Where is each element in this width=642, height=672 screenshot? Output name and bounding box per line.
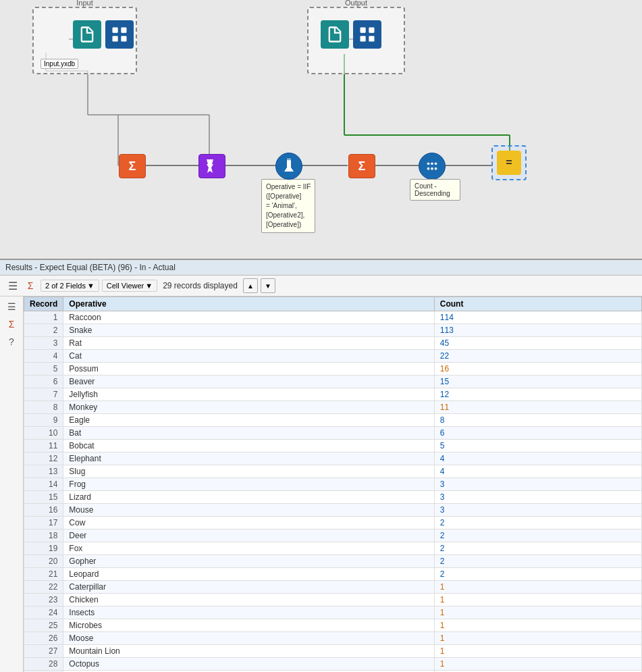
cell-operative: Mountain Lion [63, 645, 434, 658]
svg-point-29 [435, 163, 437, 165]
app-tool[interactable] [275, 153, 302, 180]
cell-operative: Gopher [63, 555, 434, 568]
svg-point-32 [435, 167, 437, 170]
toolbar-menu-icon[interactable]: ☰ [5, 278, 20, 293]
cell-viewer-selector[interactable]: Cell Viewer ▼ [102, 280, 157, 292]
cell-record: 17 [24, 517, 63, 529]
cell-count: 2 [434, 555, 641, 568]
cell-operative: Octopus [63, 658, 434, 671]
cell-record: 25 [24, 619, 63, 632]
formula-tool[interactable] [198, 154, 225, 178]
table-row: 7Jellyfish12 [24, 388, 642, 401]
nav-down-button[interactable]: ▼ [261, 278, 275, 293]
cell-record: 23 [24, 594, 63, 606]
cell-record: 15 [24, 491, 63, 504]
cell-count: 1 [434, 581, 641, 594]
results-panel: Results - Expect Equal (BETA) (96) - In … [0, 260, 642, 672]
cell-record: 1 [24, 311, 63, 324]
cell-operative: Beaver [63, 376, 434, 388]
table-row: 20Gopher2 [24, 555, 642, 568]
table-row: 25Microbes1 [24, 619, 642, 632]
cell-operative: Chicken [63, 594, 434, 606]
cell-count: 3 [434, 478, 641, 491]
cell-count: 113 [434, 324, 641, 337]
cell-operative: Caterpillar [63, 581, 434, 594]
cell-operative: Leopard [63, 568, 434, 581]
svg-point-28 [431, 163, 433, 165]
sort-tool[interactable] [419, 153, 446, 180]
svg-rect-20 [121, 28, 126, 33]
cell-operative: Cow [63, 517, 434, 529]
output-browse-icon[interactable] [353, 20, 381, 49]
cell-count: 4 [434, 465, 641, 478]
data-table: Record Operative Count 1Raccoon1142Snake… [24, 296, 642, 672]
cell-record: 13 [24, 465, 63, 478]
compare-tool[interactable]: = [491, 145, 527, 180]
cell-operative: Bobcat [63, 440, 434, 453]
left-sidebar: ☰ Σ ? [0, 296, 24, 672]
cell-count: 3 [434, 491, 641, 504]
svg-point-30 [427, 167, 430, 170]
cell-record: 19 [24, 542, 63, 555]
table-row: 17Cow2 [24, 517, 642, 529]
cell-operative: Monkey [63, 401, 434, 414]
cell-operative: Slug [63, 465, 434, 478]
results-toolbar: ☰ Σ 2 of 2 Fields ▼ Cell Viewer ▼ 29 rec… [0, 276, 642, 296]
cell-operative: Rat [63, 337, 434, 350]
table-row: 8Monkey11 [24, 401, 642, 414]
table-row: 15Lizard3 [24, 491, 642, 504]
cell-record: 22 [24, 581, 63, 594]
cell-count: 1 [434, 606, 641, 619]
cell-count: 15 [434, 376, 641, 388]
cell-count: 5 [434, 440, 641, 453]
cell-operative: Fox [63, 542, 434, 555]
cell-record: 8 [24, 401, 63, 414]
cell-count: 3 [434, 504, 641, 517]
results-header: Results - Expect Equal (BETA) (96) - In … [0, 260, 642, 276]
cell-count: 2 [434, 517, 641, 529]
table-row: 24Insects1 [24, 606, 642, 619]
cell-count: 12 [434, 388, 641, 401]
fields-selector[interactable]: 2 of 2 Fields ▼ [41, 280, 99, 292]
cell-count: 22 [434, 350, 641, 363]
cell-record: 27 [24, 645, 63, 658]
sidebar-menu-icon[interactable]: ☰ [4, 299, 19, 314]
cell-record: 28 [24, 658, 63, 671]
cell-count: 1 [434, 645, 641, 658]
table-row: 22Caterpillar1 [24, 581, 642, 594]
cell-count: 11 [434, 401, 641, 414]
cell-operative: Eagle [63, 414, 434, 427]
summarize-tool-1[interactable]: Σ [119, 154, 146, 178]
tooltip-text: Operative = IIF ([Operative] = 'Animal',… [266, 183, 311, 228]
sidebar-sigma-icon[interactable]: Σ [4, 317, 19, 332]
canvas-area: Input Input.yxdb Output Σ [0, 0, 642, 260]
input-reader-icon[interactable] [73, 20, 101, 49]
svg-rect-19 [113, 28, 118, 33]
data-table-container[interactable]: Record Operative Count 1Raccoon1142Snake… [24, 296, 642, 672]
cell-count: 1 [434, 658, 641, 671]
nav-up-button[interactable]: ▲ [243, 278, 258, 293]
summarize-tool-2[interactable]: Σ [348, 154, 375, 178]
table-row: 26Moose1 [24, 632, 642, 645]
table-header: Record Operative Count [24, 297, 642, 311]
table-row: 13Slug4 [24, 465, 642, 478]
cell-count: 2 [434, 542, 641, 555]
toolbar-sigma-icon[interactable]: Σ [23, 278, 38, 293]
cell-record: 21 [24, 568, 63, 581]
input-box: Input Input.yxdb [32, 7, 137, 74]
formula-tooltip: Operative = IIF ([Operative] = 'Animal',… [261, 179, 315, 233]
cell-operative: Elephant [63, 453, 434, 465]
cell-operative: Cat [63, 350, 434, 363]
count-desc-box: Count - Descending [410, 179, 460, 201]
input-browse-icon[interactable] [105, 20, 134, 49]
cell-record: 2 [24, 324, 63, 337]
col-count: Count [434, 297, 641, 311]
table-row: 1Raccoon114 [24, 311, 642, 324]
sidebar-help-icon[interactable]: ? [4, 334, 19, 349]
table-row: 23Chicken1 [24, 594, 642, 606]
table-row: 12Elephant4 [24, 453, 642, 465]
table-row: 27Mountain Lion1 [24, 645, 642, 658]
output-reader-icon[interactable] [321, 20, 349, 49]
cell-operative: Microbes [63, 619, 434, 632]
cell-record: 4 [24, 350, 63, 363]
